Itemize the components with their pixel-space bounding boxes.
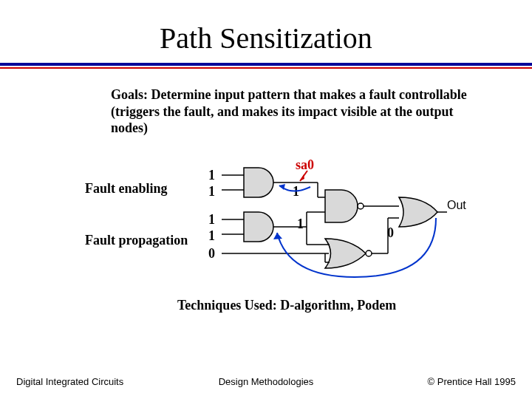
svg-point-15 xyxy=(366,250,372,256)
signal-in2: 1 xyxy=(208,212,215,228)
circuit-diagram: Fault enabling Fault propagation 1 1 1 1… xyxy=(0,151,532,292)
signal-in0: 1 xyxy=(208,168,215,183)
signal-in4: 0 xyxy=(208,246,215,262)
svg-point-13 xyxy=(358,203,364,209)
svg-marker-28 xyxy=(273,233,282,239)
fault-propagation-label: Fault propagation xyxy=(85,233,188,248)
techniques-text: Techniques Used: D-algorithm, Podem xyxy=(177,298,532,313)
circuit-svg xyxy=(222,159,451,284)
signal-in1: 1 xyxy=(208,184,215,200)
slide-title: Path Sensitization xyxy=(0,0,532,63)
fault-enabling-label: Fault enabling xyxy=(85,181,168,197)
svg-marker-9 xyxy=(300,174,304,181)
footer-right: © Prentice Hall 1995 xyxy=(428,376,516,387)
goals-text: Goals: Determine input pattern that make… xyxy=(111,86,473,137)
title-rule xyxy=(0,63,532,69)
signal-in3: 1 xyxy=(208,228,215,244)
